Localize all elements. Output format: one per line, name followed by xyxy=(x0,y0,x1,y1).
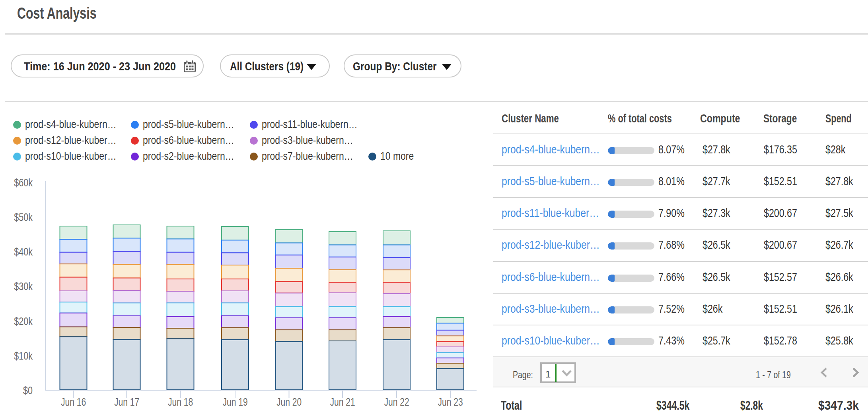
svg-text:$40k: $40k xyxy=(14,246,33,258)
svg-text:$20k: $20k xyxy=(14,315,33,327)
svg-text:Jun 18: Jun 18 xyxy=(168,396,193,408)
svg-text:Jun 22: Jun 22 xyxy=(384,396,409,408)
svg-text:$0: $0 xyxy=(23,385,33,397)
svg-text:$10k: $10k xyxy=(14,350,33,362)
svg-text:$50k: $50k xyxy=(14,211,33,223)
svg-text:$30k: $30k xyxy=(14,281,33,292)
svg-text:$60k: $60k xyxy=(14,177,33,189)
svg-text:Jun 20: Jun 20 xyxy=(276,396,302,408)
svg-text:Jun 23: Jun 23 xyxy=(438,396,463,408)
svg-text:Jun 19: Jun 19 xyxy=(222,396,247,408)
svg-text:Jun 17: Jun 17 xyxy=(114,396,139,408)
svg-text:Jun 16: Jun 16 xyxy=(61,396,86,408)
svg-text:Jun 21: Jun 21 xyxy=(330,396,355,408)
